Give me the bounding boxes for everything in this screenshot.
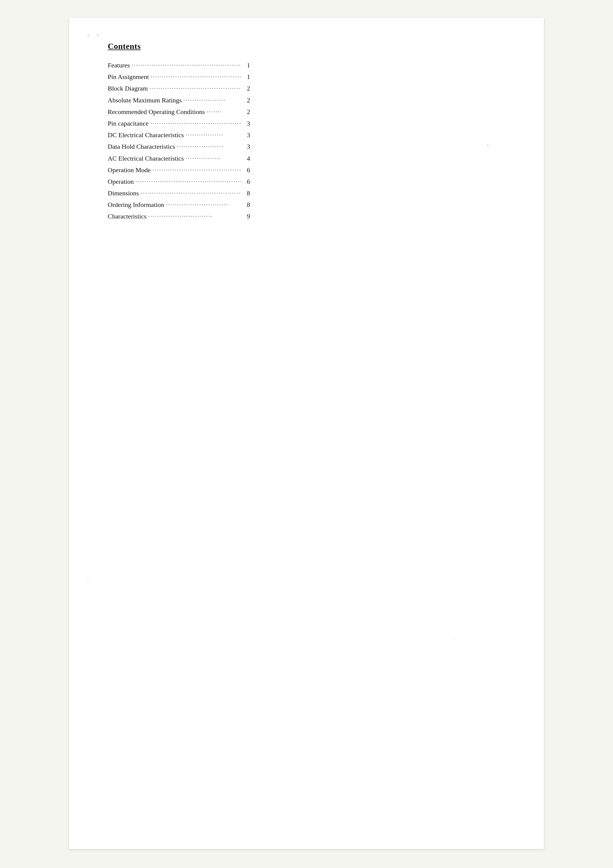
table-of-contents: Features································… xyxy=(108,60,250,222)
toc-label: Features xyxy=(108,60,130,70)
toc-label: Dimensions xyxy=(108,188,139,198)
toc-dots: ················· xyxy=(186,130,241,140)
toc-dots: ········································… xyxy=(141,188,241,198)
toc-page-number: 9 xyxy=(243,211,250,222)
toc-dots: ········································… xyxy=(151,71,241,82)
toc-dots: ········································… xyxy=(136,176,241,187)
toc-label: Operation Mode xyxy=(108,165,151,175)
toc-row: Block Diagram···························… xyxy=(108,83,250,93)
toc-row: Ordering Information····················… xyxy=(108,200,250,210)
toc-row: Recommended Operating Conditions·······2 xyxy=(108,107,250,117)
toc-row: Characteristics·························… xyxy=(108,211,250,222)
toc-dots: ········································… xyxy=(150,118,241,129)
toc-dots: ········································… xyxy=(153,165,241,175)
toc-page-number: 2 xyxy=(243,95,250,105)
toc-row: Pin Assignment··························… xyxy=(108,71,250,82)
toc-label: Data Hold Characteristics xyxy=(108,141,175,152)
toc-dots: ················ xyxy=(186,153,241,164)
toc-label: Pin Assignment xyxy=(108,71,149,82)
toc-page-number: 2 xyxy=(243,107,250,117)
toc-dots: ········································… xyxy=(150,83,241,93)
toc-row: AC Electrical Characteristics···········… xyxy=(108,153,250,164)
toc-page-number: 3 xyxy=(243,130,250,140)
toc-page-number: 4 xyxy=(243,153,250,164)
toc-label: Characteristics xyxy=(108,211,147,222)
toc-page-number: 6 xyxy=(243,165,250,175)
toc-dots: ········································… xyxy=(132,60,241,70)
toc-row: Operation Mode··························… xyxy=(108,165,250,175)
decoration-bottomleft: . . xyxy=(87,577,90,582)
toc-page-number: 3 xyxy=(243,141,250,152)
toc-row: Operation·······························… xyxy=(108,176,250,187)
toc-dots: ····························· xyxy=(149,211,241,222)
toc-row: Dimensions······························… xyxy=(108,188,250,198)
toc-page-number: 3 xyxy=(243,118,250,129)
toc-dots: ··················· xyxy=(183,95,241,105)
toc-row: Absolute Maximum Ratings················… xyxy=(108,95,250,105)
toc-row: Features································… xyxy=(108,60,250,70)
toc-page-number: 6 xyxy=(243,176,250,187)
toc-page-number: 1 xyxy=(243,60,250,70)
toc-label: Absolute Maximum Ratings xyxy=(108,95,181,105)
document-page: ÷ ÷ ÷. Contents Features················… xyxy=(69,18,544,849)
decoration-topleft: ÷ ÷ xyxy=(87,33,100,39)
toc-row: DC Electrical Characteristics···········… xyxy=(108,130,250,140)
toc-label: Pin capacitance xyxy=(108,118,149,129)
toc-page-number: 8 xyxy=(243,188,250,198)
toc-page-number: 8 xyxy=(243,200,250,210)
toc-label: Recommended Operating Conditions xyxy=(108,107,205,117)
toc-label: AC Electrical Characteristics xyxy=(108,153,184,164)
toc-label: DC Electrical Characteristics xyxy=(108,130,184,140)
decoration-right: ÷. xyxy=(486,143,491,149)
toc-label: Operation xyxy=(108,176,134,187)
toc-label: Ordering Information xyxy=(108,200,164,210)
toc-row: Pin capacitance·························… xyxy=(108,118,250,129)
toc-page-number: 1 xyxy=(243,71,250,82)
page-title: Contents xyxy=(108,42,514,51)
decoration-bottomright: . xyxy=(454,636,455,641)
toc-dots: ····················· xyxy=(177,141,241,152)
toc-dots: ······· xyxy=(207,107,241,117)
toc-label: Block Diagram xyxy=(108,83,148,93)
toc-row: Data Hold Characteristics···············… xyxy=(108,141,250,152)
toc-page-number: 2 xyxy=(243,83,250,93)
toc-dots: ···························· xyxy=(166,200,241,210)
